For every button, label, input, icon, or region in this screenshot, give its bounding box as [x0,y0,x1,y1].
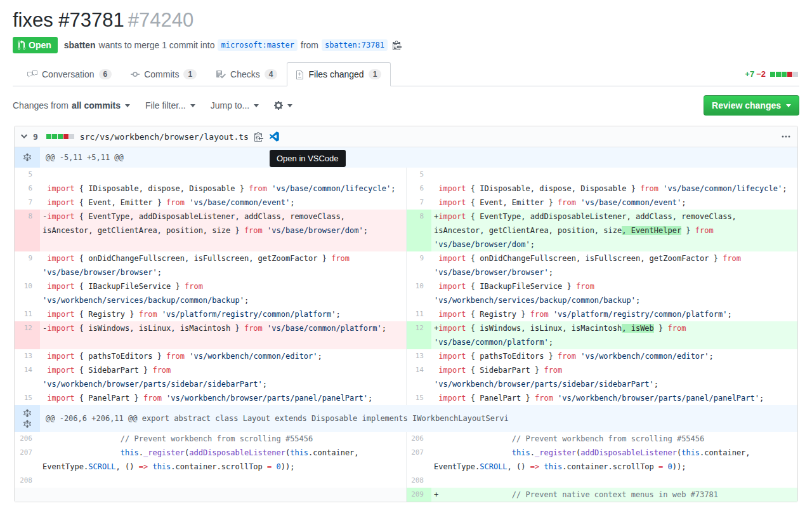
right-line-number[interactable]: 7 [406,196,431,210]
code-segment: 'vs/base/browser/browser' [43,268,157,277]
left-line-number[interactable]: 15 [15,391,40,405]
pr-title: fixes #73781#74240 [13,9,799,32]
left-line-number[interactable]: 7 [15,196,40,210]
code-segment: { isWindows, isLinux, isMacintosh } [75,324,244,333]
right-line-number[interactable]: 14 [406,363,431,391]
tab-conversation[interactable]: Conversation 6 [18,62,121,86]
diff-line: 'vs/workbench/services/backup/common/bac… [434,293,797,307]
deletions-count: −2 [756,69,766,79]
file-diffstat-blocks [46,134,74,139]
code-segment: // Prevent workbench from scrolling #554… [512,434,704,443]
code-segment: from [558,352,576,361]
pr-author[interactable]: sbatten [64,40,96,50]
left-line-number[interactable]: 206 [15,432,40,446]
code-segment: import [438,198,466,207]
right-line-number[interactable]: 209 [406,488,431,502]
right-line-number[interactable]: 9 [406,251,431,279]
diff-line: import { pathsToEditors } from 'vs/workb… [434,349,797,363]
left-line-number[interactable]: 208 [15,474,40,488]
unfold-icon[interactable] [23,153,31,162]
tab-commits[interactable]: Commits 1 [121,62,206,86]
code-segment: . [530,448,535,457]
code-segment: import [438,254,466,263]
jump-to-dropdown[interactable]: Jump to... [211,100,259,110]
code-segment: from [558,198,576,207]
code-segment: from [530,310,549,319]
git-commit-icon [131,69,140,79]
code-segment: { isWindows, isLinux, isMacintosh [466,324,622,333]
file-filter-dropdown[interactable]: File filter... [145,100,195,110]
left-line-number[interactable]: 8 [15,210,40,251]
code-segment: import [47,184,74,193]
file-options-kebab-icon[interactable] [781,131,791,142]
code-segment: 'vs/base/common/lifecycle' [663,184,782,193]
file-changes-count: 9 [33,132,38,142]
unfold-icon[interactable] [23,409,31,418]
right-code-cell: import { IBackupFileService } from'vs/wo… [431,279,797,307]
tab-files-changed[interactable]: Files changed 1 [287,62,391,86]
head-branch-ref[interactable]: sbatten:73781 [322,39,388,51]
right-line-number[interactable]: 207 [406,446,431,474]
left-code-cell [40,474,406,488]
copy-path-icon[interactable] [254,131,263,142]
changes-from-dropdown[interactable]: Changes from all commits [13,100,130,110]
code-segment: { PanelPart } [466,394,535,403]
code-segment: => [530,462,539,471]
expand-hunk-button[interactable] [15,405,40,432]
copy-branch-icon[interactable] [393,40,402,50]
left-line-number[interactable]: 14 [15,363,40,391]
right-line-number[interactable]: 206 [406,432,431,446]
code-segment: 'vs/base/common/event' [189,198,290,207]
left-line-number[interactable]: 6 [15,182,40,196]
expand-hunk-button[interactable] [15,147,40,168]
right-code-cell: // Prevent workbench from scrolling #554… [431,432,797,446]
right-line-number[interactable]: 11 [406,307,431,321]
base-branch-ref[interactable]: microsoft:master [218,39,298,51]
code-segment: { Registry } [75,310,139,319]
right-line-number[interactable]: 208 [406,474,431,488]
diff-line: 'vs/workbench/browser/parts/sidebar/side… [43,377,406,391]
diffstat-block-add [58,134,63,139]
code-segment: 'vs/workbench/browser/parts/sidebar/side… [434,380,654,389]
code-segment: import [47,254,74,263]
code-segment: { SidebarPart } [466,366,544,375]
right-line-number[interactable]: 8 [406,210,431,251]
diff-line: this._register(addDisposableListener(thi… [434,446,797,460]
left-line-number[interactable]: 12 [15,321,40,349]
right-line-number[interactable]: 13 [406,349,431,363]
diffstat-block-add [782,72,787,77]
diff-settings-dropdown[interactable] [274,100,292,110]
left-line-number[interactable]: 10 [15,279,40,307]
left-line-number[interactable]: 207 [15,446,40,474]
code-segment: ; [782,184,787,193]
diff-line: import { Event, Emitter } from 'vs/base/… [434,196,797,210]
file-path[interactable]: src/vs/workbench/browser/layout.ts [80,132,249,142]
pr-state-label: Open [29,40,51,50]
left-line-number[interactable]: 9 [15,251,40,279]
left-code-cell: // Prevent workbench from scrolling #554… [40,432,406,446]
code-segment: 'vs/platform/registry/common/platform' [553,310,728,319]
left-line-number[interactable]: 5 [15,168,40,182]
left-code-cell: import { IBackupFileService } from'vs/wo… [40,279,406,307]
pr-linked-number: #74240 [128,9,193,31]
code-segment: 'vs/workbench/browser/parts/panel/panelP… [166,394,368,403]
right-line-number[interactable]: 5 [406,168,431,182]
right-line-number[interactable]: 10 [406,279,431,307]
unfold-icon[interactable] [23,420,31,429]
review-changes-button[interactable]: Review changes [704,95,799,116]
left-line-number[interactable]: 11 [15,307,40,321]
code-segment: ; [530,240,535,249]
left-line-number[interactable]: 13 [15,349,40,363]
diff-row: 7 import { Event, Emitter } from 'vs/bas… [15,196,797,210]
tab-label: Conversation [42,69,95,79]
collapse-file-chevron-icon[interactable] [21,131,27,142]
open-in-vscode-icon[interactable] [269,131,279,142]
diff-line: +import { isWindows, isLinux, isMacintos… [434,321,797,335]
changes-from-value: all commits [72,100,121,110]
right-line-number[interactable]: 12 [406,321,431,349]
tab-checks[interactable]: Checks 4 [206,62,287,86]
left-code-cell: import { pathsToEditors } from 'vs/workb… [40,349,406,363]
code-segment: from [640,184,658,193]
right-line-number[interactable]: 15 [406,391,431,405]
right-line-number[interactable]: 6 [406,182,431,196]
